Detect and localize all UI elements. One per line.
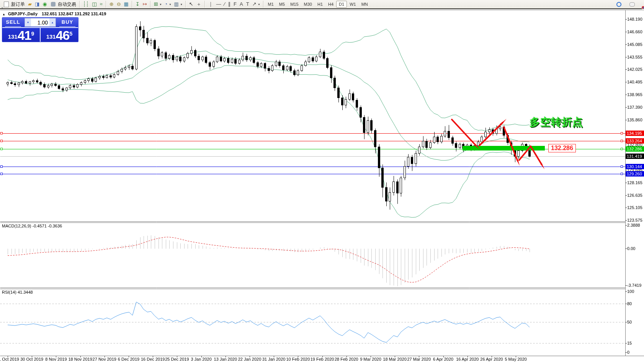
chevron-down-icon: ▾ (258, 3, 260, 6)
turning-point-annotation: 多空转折点 (530, 115, 583, 129)
sell-price-button[interactable]: 131419 (2, 28, 41, 42)
trendline-icon: ∕ (224, 2, 225, 7)
channel-button[interactable]: ∥ (227, 0, 232, 8)
new-order-icon (4, 2, 9, 7)
timeframe-d1-button[interactable]: D1 (336, 1, 347, 8)
sell-price-sup: 9 (31, 26, 34, 41)
search-button[interactable] (615, 0, 623, 8)
templates-button[interactable]: ▥▾ (172, 0, 183, 8)
periods-button[interactable]: ◔▾ (163, 0, 173, 8)
level-price-label: 132.286 (548, 144, 576, 152)
templates-icon: ▥ (174, 2, 178, 7)
timeframe-m1-button[interactable]: M1 (265, 1, 276, 8)
chevron-down-icon: ▾ (160, 3, 162, 6)
price-tick-label: 138.965 (627, 92, 644, 97)
equidistant-channel-icon: ∥ (228, 2, 231, 7)
new-order-button[interactable]: 新订单 (2, 0, 26, 8)
price-tick-label: 142.025 (627, 67, 644, 72)
chart-ohlc-values: 132.651 132.847 131.292 131.419 (42, 11, 106, 16)
toolbar-separator (204, 1, 205, 8)
horizontal-line-icon: — (216, 2, 221, 7)
zoom-out-icon: ⊖ (117, 2, 121, 7)
timeframe-m30-button[interactable]: M30 (301, 1, 315, 8)
price-level-badge: 131.419 (626, 154, 644, 159)
fibonacci-button[interactable]: F (232, 0, 238, 8)
buy-button[interactable]: BUY (57, 18, 78, 27)
timeframe-h1-button[interactable]: H1 (315, 1, 325, 8)
cursor-button[interactable]: ↖ (188, 0, 195, 8)
toolbar-right-group (615, 0, 642, 8)
timeframe-m5-button[interactable]: M5 (276, 1, 288, 8)
bar-chart-icon: ┆┆ (83, 2, 89, 7)
label-button[interactable]: T (245, 0, 251, 8)
rsi-scale-label: 80 (627, 301, 644, 306)
search-icon (616, 2, 621, 7)
zoom-in-button[interactable]: ⊕ (108, 0, 115, 8)
candlestick-icon: ◫ (92, 2, 96, 7)
mt4-window: 新订单▰◨◉自动交易┆┆◫≈⊕⊖▦↧↦⊞▾◔▾▥▾↖＋｜—∕∥FAT↗▾M1M5… (0, 0, 644, 363)
zoom-in-icon: ⊕ (110, 2, 114, 7)
volume-up-button[interactable]: ▲ (49, 18, 56, 26)
text-button[interactable]: A (238, 0, 245, 8)
chart-shift-button[interactable]: ↦ (141, 0, 149, 8)
price-tick-label: 146.660 (627, 29, 644, 34)
timeframe-mn-button[interactable]: MN (359, 1, 371, 8)
timeframe-w1-button[interactable]: W1 (347, 1, 359, 8)
sell-button[interactable]: SELL (2, 18, 24, 27)
buy-price-button[interactable]: 131465 (41, 28, 78, 42)
rsi-scale-label: 50 (627, 320, 644, 324)
volume-down-button[interactable]: ▼ (25, 18, 31, 26)
volume-input[interactable] (31, 20, 49, 26)
rsi-scale-label: 15 (627, 341, 644, 345)
chart-title: ▲ GBPJPY-,Daily 132.651 132.847 131.292 … (2, 11, 106, 16)
tile-windows-icon: ▦ (124, 2, 129, 7)
chart-canvas[interactable] (0, 0, 644, 363)
candlestick-chart-button[interactable]: ◫ (90, 0, 98, 8)
line-chart-button[interactable]: ≈ (98, 0, 104, 8)
crosshair-icon: ＋ (196, 2, 201, 7)
arrows-icon: ↗ (252, 2, 257, 7)
chat-button[interactable] (627, 0, 637, 8)
timeframe-m15-button[interactable]: M15 (288, 1, 301, 8)
horizontal-line-button[interactable]: — (214, 0, 222, 8)
buy-price-prefix: 131 (46, 33, 56, 41)
signals-button[interactable]: ◉ (41, 0, 48, 8)
auto-scroll-button[interactable]: ↧ (134, 0, 141, 8)
auto-scroll-icon: ↧ (136, 2, 140, 7)
profiles-button[interactable]: ▰ (26, 0, 33, 8)
tile-windows-button[interactable]: ▦ (123, 0, 130, 8)
price-level-badge: 134.195 (626, 131, 644, 136)
autotrading-button[interactable]: 自动交易 (49, 0, 78, 8)
rsi-indicator-label: RSI(14) 41.3448 (2, 290, 33, 294)
macd-scale-label: 2.3888 (627, 223, 644, 227)
vertical-line-button[interactable]: ｜ (207, 0, 215, 8)
fibonacci-icon: F (234, 2, 237, 7)
toolbar-separator (263, 1, 264, 8)
bar-chart-button[interactable]: ┆┆ (82, 0, 91, 8)
chart-shift-icon: ↦ (143, 2, 147, 7)
indicators-button[interactable]: ⊞▾ (152, 0, 163, 8)
price-level-badge: 129.260 (626, 171, 644, 177)
shapes-button[interactable]: ↗▾ (251, 0, 262, 8)
trendline-button[interactable]: ∕ (222, 0, 226, 8)
toolbar-separator (79, 1, 80, 8)
market-watch-button[interactable]: ◨ (33, 0, 41, 8)
rsi-scale-label: 0 (627, 350, 644, 355)
price-level-badge: 133.264 (626, 138, 644, 144)
price-tick-label: 135.860 (627, 118, 644, 122)
toolbar-separator (132, 1, 132, 8)
chat-icon (629, 2, 635, 7)
buy-price-main: 46 (56, 29, 70, 41)
toolbar-separator (106, 1, 106, 8)
one-click-collapse-icon[interactable]: ▲ (2, 13, 5, 16)
new-order-button-label: 新订单 (11, 1, 25, 8)
crosshair-button[interactable]: ＋ (195, 0, 203, 8)
price-tick-label: 148.190 (627, 17, 644, 21)
sell-price-prefix: 131 (8, 33, 18, 41)
autotrading-button-label: 自动交易 (58, 1, 76, 8)
timeframe-h4-button[interactable]: H4 (325, 1, 336, 8)
zoom-out-button[interactable]: ⊖ (115, 0, 123, 8)
volume-stepper: ▼ ▲ (25, 18, 56, 27)
date-label: 5 May 2020 (500, 357, 532, 361)
text-label-icon: T (246, 2, 249, 7)
